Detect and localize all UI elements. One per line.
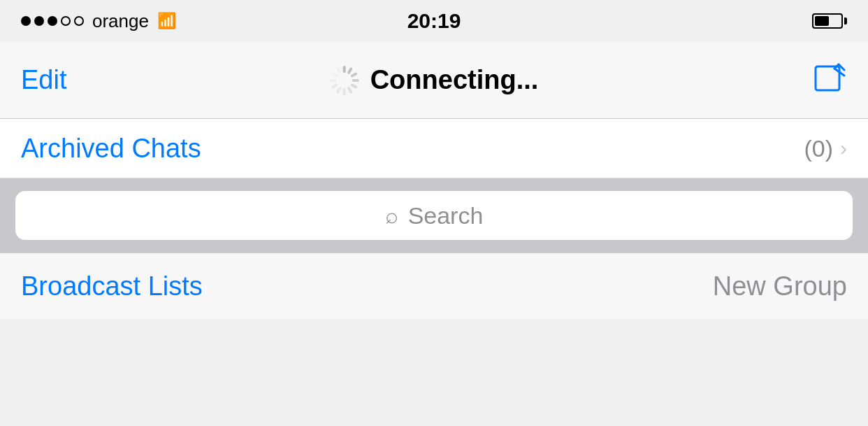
- spinner-line-4: [352, 79, 359, 82]
- search-bar[interactable]: ⌕ Search: [15, 191, 853, 240]
- wifi-icon: 📶: [157, 12, 176, 30]
- search-icon: ⌕: [385, 203, 398, 229]
- compose-icon: [812, 63, 847, 98]
- spinner-line-7: [343, 88, 346, 95]
- spinner-line-11: [331, 71, 338, 77]
- spinner-line-12: [335, 66, 341, 74]
- battery-tip: [844, 17, 847, 24]
- spinner-line-10: [330, 79, 337, 82]
- nav-bar: Edit Connecting...: [0, 42, 868, 119]
- signal-dot-5: [74, 16, 84, 26]
- status-bar-right: [812, 13, 847, 29]
- compose-button[interactable]: [812, 63, 847, 98]
- status-bar-left: orange 📶: [21, 10, 176, 32]
- nav-center: Connecting...: [330, 65, 539, 95]
- archived-chats-label: Archived Chats: [21, 134, 201, 164]
- spinner-line-2: [347, 66, 352, 74]
- search-placeholder: Search: [408, 202, 484, 229]
- svg-line-3: [834, 64, 839, 69]
- spinner-line-3: [350, 71, 358, 77]
- bottom-bar: Broadcast Lists New Group: [0, 253, 868, 319]
- signal-dot-3: [48, 16, 57, 26]
- spinner-line-5: [350, 83, 358, 88]
- battery-fill: [815, 16, 829, 26]
- battery-icon: [812, 13, 847, 29]
- chevron-right-icon: ›: [840, 136, 847, 160]
- status-time: 20:19: [407, 9, 461, 33]
- signal-dots: [21, 16, 84, 26]
- signal-dot-4: [61, 16, 71, 26]
- nav-title: Connecting...: [370, 65, 539, 95]
- status-bar: orange 📶 20:19: [0, 0, 868, 42]
- battery-body: [812, 13, 843, 29]
- loading-spinner: [330, 66, 359, 95]
- signal-dot-1: [21, 16, 31, 26]
- search-section: ⌕ Search: [0, 178, 868, 253]
- archived-chats-count: (0): [804, 135, 833, 162]
- spinner-line-8: [335, 86, 341, 94]
- signal-dot-2: [34, 16, 44, 26]
- spinner-line-1: [343, 66, 346, 73]
- new-group-button[interactable]: New Group: [713, 271, 847, 301]
- broadcast-lists-button[interactable]: Broadcast Lists: [21, 271, 203, 301]
- carrier-name: orange: [92, 10, 149, 32]
- edit-button[interactable]: Edit: [21, 65, 66, 95]
- archived-chats-row[interactable]: Archived Chats (0) ›: [0, 119, 868, 178]
- archived-chats-right: (0) ›: [804, 135, 847, 162]
- spinner-line-6: [347, 86, 352, 94]
- spinner-line-9: [331, 83, 338, 88]
